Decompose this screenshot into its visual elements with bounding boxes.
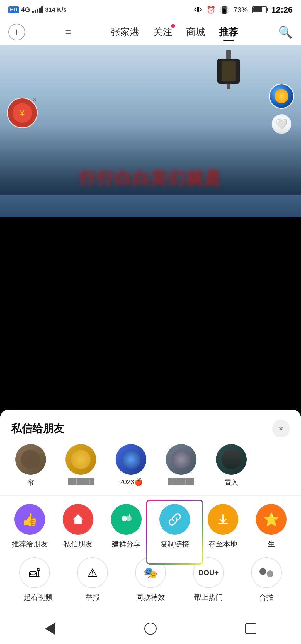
contact-avatar-4 — [166, 444, 196, 475]
signal-bars — [32, 6, 43, 13]
action-group-share[interactable]: + 建群分享 — [102, 504, 151, 549]
contact-item[interactable]: ██████ — [156, 444, 206, 487]
copy-link-label: 复制链接 — [160, 539, 189, 549]
contact-avatar-2 — [65, 444, 96, 475]
watch-together-label: 一起看视频 — [16, 592, 53, 602]
network-speed: 314 K/s — [45, 6, 67, 13]
actions-row-1: 👍 推荐给朋友 私信朋友 + 建群分享 — [0, 498, 301, 552]
recent-square-icon — [245, 623, 256, 634]
close-icon: × — [278, 423, 284, 434]
private-msg-icon — [63, 504, 93, 535]
bottom-sheet: 私信给朋友 × 帘 ██████ 2023🍎 — [0, 410, 301, 613]
status-right: 👁 ⏰ 📳 73% 12:26 — [194, 5, 293, 14]
add-button[interactable]: + — [8, 24, 25, 40]
status-bar: HD 4G 314 K/s 👁 ⏰ 📳 73% 12:26 — [0, 0, 301, 20]
save-local-icon — [208, 504, 238, 535]
action-recommend-friend[interactable]: 👍 推荐给朋友 — [6, 504, 54, 549]
recent-apps-button[interactable] — [240, 618, 262, 640]
battery-icon — [252, 6, 267, 13]
tab-follow[interactable]: 关注 — [153, 26, 172, 38]
same-effects-label: 同款特效 — [136, 592, 165, 602]
tab-mall[interactable]: 商城 — [186, 26, 205, 38]
group-share-icon: + — [111, 504, 142, 535]
follow-notification-dot — [171, 24, 175, 28]
contact-item[interactable]: 帘 — [6, 444, 56, 487]
clock: 12:26 — [271, 5, 293, 14]
contact-item[interactable]: 2023🍎 — [106, 444, 156, 487]
contact-avatar-5 — [216, 444, 247, 475]
action-report[interactable]: ⚠ 举报 — [67, 557, 118, 602]
sheet-close-button[interactable]: × — [272, 420, 290, 437]
tab-recommend[interactable]: 推荐 — [219, 26, 238, 38]
red-packet-inner: ¥ — [13, 103, 32, 123]
back-triangle-icon — [45, 623, 55, 635]
video-text-overlay: 行行白白宾们就是 — [0, 167, 301, 190]
contact-item[interactable]: 置入 — [206, 444, 256, 487]
system-nav-bar — [0, 613, 301, 644]
contact-name-3: 2023🍎 — [119, 478, 142, 486]
report-icon: ⚠ — [77, 557, 108, 588]
lantern-decoration — [217, 50, 240, 89]
video-background: ¥ × 🤍 行行白白宾们就是 — [0, 45, 301, 217]
nav-tabs: 张家港 关注 商城 推荐 — [111, 26, 238, 38]
watch-together-icon: 🛋 — [19, 557, 50, 588]
action-copy-link[interactable]: 复制链接 — [151, 504, 199, 549]
action-extra[interactable]: ⭐ 生 — [247, 504, 295, 549]
duet-label: 合拍 — [259, 592, 274, 602]
same-effects-icon: 🎭 — [135, 557, 166, 588]
recommend-label: 推荐给朋友 — [12, 539, 48, 549]
group-share-label: 建群分享 — [112, 539, 141, 549]
action-duet[interactable]: 合拍 — [241, 557, 292, 602]
action-private-message[interactable]: 私信朋友 — [54, 504, 102, 549]
trending-label: 帮上热门 — [194, 592, 223, 602]
back-button[interactable] — [39, 618, 61, 640]
vibration-icon: 📳 — [220, 6, 229, 14]
alarm-icon: ⏰ — [207, 6, 215, 14]
battery-percent: 73% — [233, 6, 248, 14]
tab-zhangjiagang[interactable]: 张家港 — [111, 26, 139, 38]
action-save-local[interactable]: 存至本地 — [199, 504, 247, 549]
user-avatar[interactable] — [269, 84, 294, 109]
report-label: 举报 — [85, 592, 100, 602]
trending-icon: DOU+ — [193, 557, 224, 588]
sheet-title: 私信给朋友 — [11, 422, 64, 436]
duet-icon — [251, 557, 282, 588]
extra-icon: ⭐ — [256, 504, 287, 535]
action-same-effects[interactable]: 🎭 同款特效 — [125, 557, 176, 602]
recommend-icon: 👍 — [14, 504, 45, 535]
contact-item[interactable]: ██████ — [56, 444, 106, 487]
svg-rect-0 — [74, 519, 82, 524]
search-icon[interactable]: 🔍 — [278, 25, 293, 39]
contact-avatar-3 — [116, 444, 146, 475]
edit-icon[interactable]: ≡ — [65, 26, 71, 38]
contact-avatar-1 — [15, 444, 46, 475]
action-help-trending[interactable]: DOU+ 帮上热门 — [183, 557, 234, 602]
contact-name-2: ██████ — [68, 478, 94, 485]
svg-text:+: + — [128, 512, 131, 518]
top-navigation: + ≡ 张家港 关注 商城 推荐 🔍 — [0, 20, 301, 45]
actions-row-2: 🛋 一起看视频 ⚠ 举报 🎭 同款特效 DOU+ 帮上热门 合拍 — [0, 552, 301, 605]
private-msg-label: 私信朋友 — [64, 539, 93, 549]
home-circle-icon — [144, 623, 157, 635]
eye-icon: 👁 — [194, 5, 202, 14]
status-left: HD 4G 314 K/s — [8, 6, 67, 14]
divider — [0, 495, 301, 496]
home-button[interactable] — [139, 618, 162, 640]
video-area: ¥ × 🤍 行行白白宾们就是 — [0, 45, 301, 217]
copy-link-icon — [159, 504, 190, 535]
hd-badge: HD — [8, 6, 19, 13]
contact-name-1: 帘 — [27, 478, 34, 487]
save-local-label: 存至本地 — [208, 539, 237, 549]
contacts-row: 帘 ██████ 2023🍎 ██████ 置入 — [0, 444, 301, 493]
sheet-header: 私信给朋友 × — [0, 410, 301, 444]
network-type: 4G — [21, 6, 30, 14]
contact-name-5: 置入 — [225, 478, 238, 487]
red-packet-close[interactable]: × — [33, 96, 37, 103]
contact-name-4: ██████ — [168, 478, 194, 485]
extra-label: 生 — [268, 539, 275, 549]
action-watch-together[interactable]: 🛋 一起看视频 — [9, 557, 60, 602]
